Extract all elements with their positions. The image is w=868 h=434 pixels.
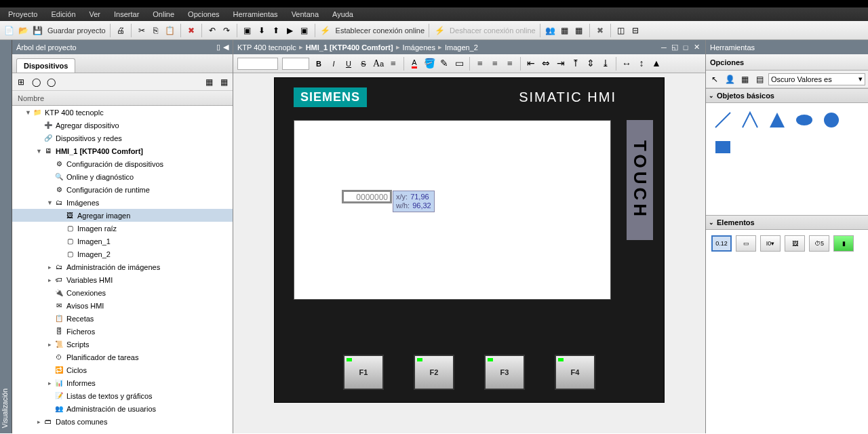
- tree-item[interactable]: 🔁Ciclos: [12, 363, 233, 376]
- menu-online[interactable]: Online: [147, 9, 180, 20]
- tree-item[interactable]: 👥Administración de usuarios: [12, 402, 233, 415]
- tree-item[interactable]: 📝Listas de textos y gráficos: [12, 389, 233, 402]
- props-icon[interactable]: ▤: [753, 73, 766, 85]
- bring-front-icon[interactable]: ▲: [650, 57, 663, 71]
- paste-icon[interactable]: 📋: [164, 24, 176, 37]
- editor-close-icon[interactable]: ✕: [692, 43, 701, 52]
- fkey-f2[interactable]: F2: [414, 355, 454, 390]
- shape-rect[interactable]: [713, 137, 733, 157]
- italic-icon[interactable]: I: [327, 57, 340, 71]
- menu-herramientas[interactable]: Herramientas: [228, 9, 283, 20]
- line-color-icon[interactable]: ✎: [437, 57, 451, 71]
- editor-restore-icon[interactable]: ◱: [670, 43, 679, 52]
- bc-0[interactable]: KTP 400 tecnoplc: [237, 43, 296, 52]
- bc-2[interactable]: Imágenes: [403, 43, 435, 52]
- grid-icon[interactable]: ▦: [738, 73, 751, 85]
- menu-insertar[interactable]: Insertar: [108, 9, 144, 20]
- style-combo[interactable]: Oscuro Valores es▾: [768, 73, 865, 85]
- tree-nav-back-icon[interactable]: ◯: [30, 76, 42, 88]
- editor-minimize-icon[interactable]: ─: [659, 43, 669, 52]
- canvas[interactable]: SIEMENS SIMATIC HMI TOUCH 0000000 x/y:71…: [233, 73, 705, 433]
- menu-proyecto[interactable]: Proyecto: [3, 9, 43, 20]
- tree-nav-fwd-icon[interactable]: ◯: [45, 76, 57, 88]
- menu-opciones[interactable]: Opciones: [182, 9, 224, 20]
- elem-datetime[interactable]: ⏱5: [809, 235, 829, 252]
- accessible-icon[interactable]: 👥: [545, 24, 557, 37]
- save-icon[interactable]: 💾: [31, 24, 43, 37]
- align-left-icon[interactable]: ≡: [473, 57, 487, 71]
- fill-color-icon[interactable]: 🪣: [422, 57, 436, 71]
- tree-item[interactable]: ▸📊Informes: [12, 376, 233, 389]
- rt-icon[interactable]: ▣: [298, 24, 311, 37]
- cross-ref-icon[interactable]: ▦: [559, 24, 571, 37]
- shape-circle[interactable]: [821, 110, 842, 130]
- pane-collapse-icon[interactable]: ◀: [223, 43, 229, 52]
- tree-item[interactable]: 🗄Ficheros: [12, 325, 233, 338]
- menu-edicion[interactable]: Edición: [45, 9, 81, 20]
- tree-item[interactable]: 📋Recetas: [12, 312, 233, 325]
- font-size-select[interactable]: [282, 58, 309, 70]
- font-color-icon[interactable]: A: [408, 57, 421, 71]
- tree-expand-icon[interactable]: ⊞: [15, 76, 27, 88]
- bc-3[interactable]: Imagen_2: [445, 43, 478, 52]
- shape-polygon[interactable]: [767, 110, 787, 130]
- align-obj-right-icon[interactable]: ⇥: [554, 57, 568, 71]
- tab-dispositivos[interactable]: Dispositivos: [16, 58, 75, 73]
- tree-view1-icon[interactable]: ▦: [203, 76, 215, 88]
- search-icon[interactable]: ▦: [573, 24, 585, 37]
- shape-ellipse[interactable]: [794, 110, 814, 130]
- tree-item[interactable]: ▼🗂Imágenes: [12, 196, 233, 209]
- go-online-icon[interactable]: ⚡: [319, 24, 332, 37]
- font-family-select[interactable]: [237, 58, 278, 70]
- align-obj-center-icon[interactable]: ⇔: [539, 57, 553, 71]
- tree-item[interactable]: ▸📜Scripts: [12, 338, 233, 351]
- align-obj-top-icon[interactable]: ⤒: [569, 57, 583, 71]
- editor-maximize-icon[interactable]: □: [681, 43, 690, 52]
- elem-io-field[interactable]: 0.12: [711, 235, 732, 252]
- user-icon[interactable]: 👤: [724, 73, 736, 85]
- elem-bar[interactable]: ▮: [833, 235, 854, 252]
- elem-graphic-io[interactable]: 🖼: [785, 235, 805, 252]
- simulate-icon[interactable]: ▶: [284, 24, 296, 37]
- font-grow-icon[interactable]: ≡: [387, 57, 400, 71]
- split-h-icon[interactable]: ◫: [615, 24, 627, 37]
- copy-icon[interactable]: ⎘: [150, 24, 162, 37]
- go-online-label[interactable]: Establecer conexión online: [336, 26, 425, 35]
- menu-ventana[interactable]: Ventana: [286, 9, 324, 20]
- dist-v-icon[interactable]: ↕: [635, 57, 648, 71]
- hmi-screen[interactable]: 0000000 x/y:71,96 w/h:96,32: [294, 120, 611, 300]
- strike-icon[interactable]: S: [357, 57, 370, 71]
- fkey-f3[interactable]: F3: [484, 355, 525, 390]
- tree-item[interactable]: ⏲Planificador de tareas: [12, 351, 233, 363]
- bold-icon[interactable]: B: [312, 57, 326, 71]
- underline-icon[interactable]: U: [342, 57, 355, 71]
- download-icon[interactable]: ⬇: [256, 24, 268, 37]
- compile-icon[interactable]: ▣: [241, 24, 254, 37]
- tree-item[interactable]: 🔗Dispositivos y redes: [12, 132, 233, 144]
- tree-item[interactable]: ▼🖥HMI_1 [KTP400 Comfort]: [12, 144, 233, 157]
- upload-icon[interactable]: ⬆: [270, 24, 282, 37]
- tree-item[interactable]: 🔌Conexiones: [12, 286, 233, 299]
- tree-item[interactable]: ▢Imagen raíz: [12, 222, 233, 235]
- close-all-icon[interactable]: ✖: [594, 24, 606, 37]
- undo-icon[interactable]: ↶: [206, 24, 218, 37]
- pointer-icon[interactable]: ↖: [709, 73, 721, 85]
- elem-button[interactable]: ▭: [736, 235, 756, 252]
- tree-item[interactable]: ▢Imagen_1: [12, 235, 233, 248]
- shape-line[interactable]: [713, 110, 733, 130]
- align-center-icon[interactable]: ≡: [488, 57, 502, 71]
- fkey-f4[interactable]: F4: [555, 355, 595, 390]
- menu-ayuda[interactable]: Ayuda: [327, 9, 359, 20]
- elements-header[interactable]: ⌄Elementos: [706, 215, 868, 230]
- fkey-f1[interactable]: F1: [343, 355, 384, 390]
- io-field[interactable]: 0000000: [342, 190, 392, 203]
- tree-item[interactable]: ⚙Configuración de runtime: [12, 183, 233, 196]
- align-obj-left-icon[interactable]: ⇤: [524, 57, 538, 71]
- open-project-icon[interactable]: 📂: [17, 24, 29, 37]
- pane-pin-icon[interactable]: ▯: [216, 43, 220, 52]
- new-project-icon[interactable]: 📄: [3, 24, 15, 37]
- tree-item[interactable]: ▸🗂Administración de imágenes: [12, 260, 233, 273]
- basic-objects-header[interactable]: ⌄Objetos básicos: [706, 88, 868, 103]
- left-sidebar-handle[interactable]: Visualización: [0, 40, 12, 433]
- project-tree[interactable]: ▼📁KTP 400 tecnoplc➕Agregar dispositivo🔗D…: [12, 106, 233, 433]
